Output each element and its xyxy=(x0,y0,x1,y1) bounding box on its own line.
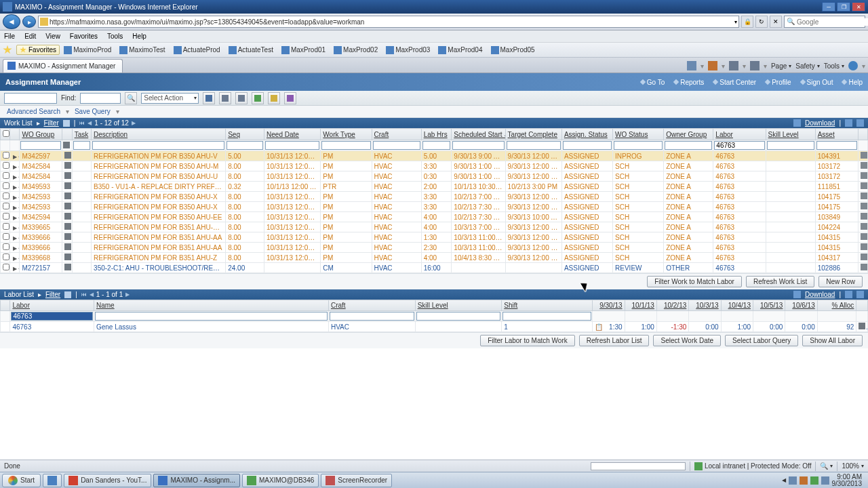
modify-icon[interactable] xyxy=(859,323,865,329)
detail-icon[interactable] xyxy=(64,152,71,159)
column-header[interactable] xyxy=(10,129,20,140)
table-row[interactable]: ▶M339668REFRIGERATION PM FOR B351 AHU-Z8… xyxy=(1,253,868,263)
browser-tab[interactable]: MAXIMO - Assignment Manager xyxy=(3,59,123,73)
table-row[interactable]: ▶M349593B350 - VU1-A - REPLACE DIRTY PRE… xyxy=(1,182,868,192)
favorites-button[interactable]: Favorites xyxy=(16,45,60,55)
download-link[interactable]: Download xyxy=(805,119,835,127)
row-checkbox[interactable] xyxy=(3,264,9,270)
clear-button[interactable] xyxy=(219,92,231,104)
filter-input[interactable] xyxy=(373,141,420,150)
filter-icon[interactable] xyxy=(63,120,70,127)
quick-search-combo[interactable] xyxy=(4,93,57,104)
column-header[interactable]: Labor xyxy=(713,129,766,140)
expand-icon[interactable]: ▶ xyxy=(12,225,18,231)
filter-input[interactable] xyxy=(20,141,61,150)
detail-icon[interactable] xyxy=(64,213,71,220)
delete-icon[interactable] xyxy=(861,223,867,230)
detail-icon[interactable] xyxy=(64,223,71,230)
filter-input[interactable] xyxy=(265,141,319,150)
column-header[interactable]: Name xyxy=(94,300,328,311)
row-checkbox[interactable] xyxy=(3,253,9,260)
feeds-icon[interactable] xyxy=(708,61,717,70)
column-header[interactable]: Need Date xyxy=(264,129,321,140)
table-row[interactable]: ▶M342584REFRIGERATION PM FOR B350 AHU-U8… xyxy=(1,171,868,182)
fav-link[interactable]: MaxProd03 xyxy=(386,46,430,54)
column-header[interactable]: Task xyxy=(72,129,91,140)
pager-first[interactable]: ⏮ xyxy=(81,291,87,298)
column-header[interactable]: Work Type xyxy=(321,129,372,140)
column-header[interactable]: 10/6/13 xyxy=(785,300,817,311)
menu-edit[interactable]: Edit xyxy=(24,33,36,40)
fav-link[interactable]: MaximoTest xyxy=(119,46,165,54)
column-header[interactable]: Scheduled Start ⏶ xyxy=(452,129,505,140)
header-link[interactable]: Reports xyxy=(674,79,704,86)
search-input[interactable] xyxy=(797,18,868,26)
minimize-button[interactable]: ─ xyxy=(822,2,835,12)
pager-first[interactable]: ⏮ xyxy=(79,120,85,126)
column-header[interactable] xyxy=(856,300,868,311)
filter-input[interactable] xyxy=(416,312,501,321)
star-icon[interactable] xyxy=(3,45,12,55)
help-icon[interactable] xyxy=(845,119,852,127)
expand-icon[interactable]: ▶ xyxy=(12,235,18,241)
column-header[interactable] xyxy=(1,300,10,311)
filter-link[interactable]: Filter xyxy=(44,119,59,127)
forward-button[interactable]: ▸ xyxy=(22,16,36,28)
find-go-button[interactable]: 🔍 xyxy=(125,92,137,104)
column-header[interactable]: Labor xyxy=(10,300,94,311)
url-input[interactable] xyxy=(50,18,733,26)
tray-expand[interactable]: ◀ xyxy=(782,477,786,483)
detail-icon[interactable] xyxy=(64,182,71,189)
table-row[interactable]: ▶M342594REFRIGERATION PM FOR B350 AHU-EE… xyxy=(1,212,868,222)
fav-link[interactable]: MaxProd05 xyxy=(491,46,535,54)
calendar-icon[interactable]: 📋 xyxy=(595,323,603,331)
compat-button[interactable]: 🔒 xyxy=(741,16,753,28)
header-link[interactable]: Sign Out xyxy=(801,79,833,86)
filter-input[interactable] xyxy=(226,141,263,150)
header-link[interactable]: Help xyxy=(842,79,863,86)
filter-input[interactable] xyxy=(321,141,370,150)
expand-icon[interactable]: ▶ xyxy=(12,205,18,211)
tray-icon[interactable] xyxy=(810,476,818,485)
column-header[interactable]: 10/5/13 xyxy=(753,300,785,311)
new-row-button[interactable]: New Row xyxy=(818,276,863,287)
filter-input[interactable] xyxy=(422,141,451,150)
detail-icon[interactable] xyxy=(64,243,71,250)
row-checkbox[interactable] xyxy=(3,203,9,209)
detail-icon[interactable] xyxy=(64,233,71,240)
fav-link[interactable]: MaxProd02 xyxy=(334,46,378,54)
filter-input-labor[interactable] xyxy=(714,141,764,150)
detail-icon[interactable] xyxy=(64,203,71,209)
column-header[interactable] xyxy=(1,129,10,140)
dropdown-icon[interactable]: ▾ xyxy=(734,19,737,25)
table-row[interactable]: ▶M342597REFRIGERATION PM FOR B350 AHU-V5… xyxy=(1,151,868,161)
table-row[interactable]: 46763Gene LassusHVAC1📋1:301:00-1:300:001… xyxy=(1,322,868,332)
row-checkbox[interactable] xyxy=(3,162,9,169)
tray-icon[interactable] xyxy=(800,476,808,485)
print-icon[interactable] xyxy=(750,61,760,70)
detail-icon[interactable] xyxy=(64,172,71,179)
expand-icon[interactable]: ▶ xyxy=(12,266,18,272)
delete-icon[interactable] xyxy=(861,172,867,179)
filter-input[interactable] xyxy=(665,141,712,150)
menu-tools[interactable]: Tools xyxy=(107,33,123,40)
fav-link[interactable]: ActuateProd xyxy=(174,46,220,54)
show-all-labor-button[interactable]: Show All Labor xyxy=(802,335,863,346)
filter-input[interactable] xyxy=(73,141,90,150)
filter-icon[interactable] xyxy=(64,291,71,298)
column-header[interactable]: 9/30/13 xyxy=(593,300,625,311)
zoom-icon[interactable]: 🔍 xyxy=(820,462,828,470)
delete-icon[interactable] xyxy=(861,253,867,260)
expand-icon[interactable]: ▶ xyxy=(12,154,18,160)
filter-labor-button[interactable]: Filter Labor to Match Work xyxy=(480,335,575,346)
fav-link[interactable]: ActuateTest xyxy=(229,46,273,54)
collapse-icon[interactable] xyxy=(856,119,864,127)
select-action-dropdown[interactable]: Select Action xyxy=(141,93,199,104)
column-header[interactable]: Asset xyxy=(815,129,858,140)
column-header[interactable]: Lab Hrs xyxy=(421,129,452,140)
delete-icon[interactable] xyxy=(861,264,867,270)
row-checkbox[interactable] xyxy=(3,243,9,250)
row-checkbox[interactable] xyxy=(3,213,9,220)
expand-icon[interactable]: ▶ xyxy=(12,256,18,262)
column-header[interactable]: 10/2/13 xyxy=(656,300,688,311)
